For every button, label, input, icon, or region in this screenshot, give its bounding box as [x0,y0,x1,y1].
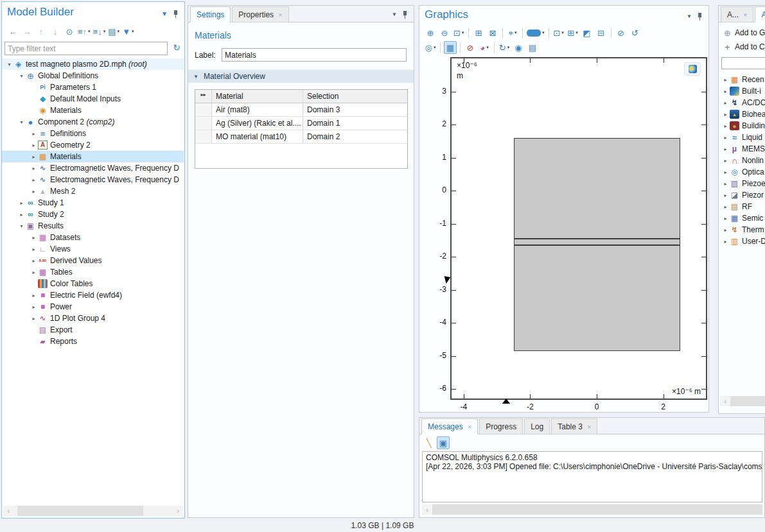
material-category-mems[interactable]: ▸μMEMS [719,143,765,155]
tree-item-study-2[interactable]: ▸∞Study 2 [2,209,184,220]
tree-item-color-tables[interactable]: Color Tables [2,278,184,289]
table-row-mo-material-mat10[interactable]: MO material (mat10)Domain 2 [195,130,407,144]
chevron-down-icon[interactable]: ▾ [17,119,26,125]
chevron-right-icon[interactable]: ▸ [721,169,730,175]
graphics-scene-visibility-button[interactable]: ◎▾ [424,41,437,54]
messages-tab-table-3-3[interactable]: Table 3× [551,418,597,434]
model-builder-go-forward-button[interactable]: → [21,25,33,38]
messages-tab-log-2[interactable]: Log [524,418,550,434]
model-builder-move-up-button[interactable]: ↑ [35,25,48,38]
chevron-right-icon[interactable]: ▸ [721,77,730,83]
messages-tab-messages-0[interactable]: Messages× [421,418,478,434]
material-category-user-d[interactable]: ▸▥User-D [719,236,765,247]
table-row-ag-silver-rakic-et-al[interactable]: Ag (Silver) (Rakic et al....Domain 1 [195,117,407,130]
graphics-update-view-button[interactable]: ↻▾ [498,41,511,54]
tree-item-default-model-inputs[interactable]: ◆Default Model Inputs [2,93,184,105]
dropdown-caret-icon[interactable]: ▾ [132,29,134,34]
tree-item-component-2[interactable]: ▾●Component 2 (comp2) [2,116,184,128]
graphics-disable-material-color-button[interactable]: ⊘ [464,41,477,54]
plot-area[interactable]: 3210-1-2-3-4-5-6-4-202×10⁻⁶m×10⁻⁶ m [450,57,707,400]
column-header-selection[interactable]: Selection [303,90,407,103]
tree-item-electric-field-ewfd4[interactable]: ▸■Electric Field (ewfd4) [2,289,184,301]
material-search-input[interactable] [721,57,765,69]
graphics-show-grid-button[interactable]: ▦ [444,41,457,54]
add-material-hscrollbar[interactable]: ‹ [720,396,765,406]
material-category-buildin[interactable]: ▸◆Buildin [719,120,765,132]
material-category-built-i[interactable]: ▸Built-i [719,85,765,97]
tree-item-materials[interactable]: ▸▦Materials [2,151,184,162]
material-category-recen[interactable]: ▸▦Recen [719,74,765,85]
chevron-right-icon[interactable]: ▸ [721,227,730,233]
dropdown-caret-icon[interactable]: ▾ [462,30,464,35]
column-header-material[interactable]: Material [212,90,303,103]
graphics-zoom-extents-button[interactable]: ⊠ [486,26,499,39]
dropdown-caret-icon[interactable]: ▾ [561,30,564,35]
collapse-triangle-icon[interactable]: ▼ [193,74,198,80]
chevron-right-icon[interactable]: ▸ [30,316,38,322]
panel-menu-icon[interactable]: ▼ [687,13,692,19]
settings-tab-settings-0[interactable]: Settings [190,6,231,22]
model-builder-expand-all-button[interactable]: ≡↑▾ [77,25,91,38]
graphics-reset-hiding-button[interactable]: ↺ [629,26,642,39]
chevron-right-icon[interactable]: ▸ [721,135,730,141]
material-category-biohea[interactable]: ▸▲Biohea [719,108,765,120]
tree-item-mesh-2[interactable]: ▸▲Mesh 2 [2,185,184,197]
scroll-left-button[interactable]: ‹ [720,396,730,406]
geometry-domain-1[interactable] [514,138,680,239]
material-category-therm[interactable]: ▸↯Therm [719,224,765,236]
material-category-ac-dc[interactable]: ▸↯AC/DC [719,97,765,108]
material-category-optica[interactable]: ▸◎Optica [719,166,765,178]
tree-item-definitions[interactable]: ▸≡Definitions [2,128,184,139]
model-builder-move-down-button[interactable]: ↓ [49,25,62,38]
chevron-right-icon[interactable]: ▸ [721,204,730,210]
dropdown-caret-icon[interactable]: ▾ [514,30,517,35]
settings-tab-properties-1[interactable]: Properties× [232,6,288,22]
panel-menu-icon[interactable]: ▼ [161,10,168,17]
model-builder-show-button[interactable]: ⊙ [63,25,76,38]
material-category-piezor[interactable]: ▸◪Piezor [719,189,765,201]
tree-item-1d-plot-group-4[interactable]: ▸∿1D Plot Group 4 [2,313,184,324]
chevron-right-icon[interactable]: ▸ [30,258,38,264]
messages-clear-log-button[interactable]: ╲ [423,436,435,449]
tree-item-export[interactable]: ▤Export [2,324,184,336]
tree-item-electromagnetic-waves-frequency-d[interactable]: ▸∿Electromagnetic Waves, Frequency D [2,162,184,174]
graphics-snapshot-button[interactable]: ◉ [512,41,525,54]
scroll-thumb[interactable] [17,506,143,516]
chevron-right-icon[interactable]: ▸ [30,270,38,275]
chevron-right-icon[interactable]: ▸ [721,100,730,106]
tree-item-electromagnetic-waves-frequency-d[interactable]: ▸∿Electromagnetic Waves, Frequency D [2,174,184,185]
tab-close-icon[interactable]: × [743,11,747,19]
tree-item-geometry-2[interactable]: ▸AGeometry 2 [2,139,184,151]
model-builder-go-back-button[interactable]: ← [6,25,19,38]
table-row-air-mat8[interactable]: Air (mat8)Domain 3 [195,103,407,117]
chevron-right-icon[interactable]: ▸ [721,112,730,117]
tree-item-materials[interactable]: ◉Materials [2,105,184,116]
geometry-domain-3[interactable] [514,245,680,351]
scroll-thumb[interactable] [730,396,765,406]
tree-item-datasets[interactable]: ▸▦Datasets [2,232,184,243]
graphics-zoom-extents-selected-button[interactable]: ⊞ [472,26,485,39]
chevron-right-icon[interactable]: ▸ [30,154,38,160]
model-builder-collapse-all-button[interactable]: ≡↓▾ [92,25,107,38]
tree-item-parameters-1[interactable]: PiParameters 1 [2,82,184,93]
tree-item-results[interactable]: ▾▣Results [2,220,184,232]
graphics-go-to-default-view-button[interactable]: ⌖▾ [506,26,519,39]
tree-item-study-1[interactable]: ▸∞Study 1 [2,197,184,209]
tree-item-reports[interactable]: ▰Reports [2,336,184,347]
scroll-thumb[interactable] [432,504,762,515]
chevron-right-icon[interactable]: ▸ [30,246,38,252]
tab-close-icon[interactable]: × [468,423,471,431]
tree-item-views[interactable]: ▸∟Views [2,243,184,255]
chevron-down-icon[interactable]: ▾ [5,62,13,67]
dropdown-caret-icon[interactable]: ▾ [88,29,91,34]
dropdown-caret-icon[interactable]: ▾ [434,45,436,50]
graphics-hide-selected-button[interactable]: ⊘ [615,26,628,39]
scroll-right-button[interactable]: › [173,506,183,516]
dropdown-caret-icon[interactable]: ▾ [103,29,106,34]
chevron-right-icon[interactable]: ▸ [30,177,38,183]
tree-item-global-definitions[interactable]: ▾⊕Global Definitions [2,70,184,82]
graphics-select-in-box-button[interactable]: ◩ [581,26,594,39]
dropdown-caret-icon[interactable]: ▾ [576,30,578,35]
panel-menu-icon[interactable]: ▼ [392,12,397,17]
chevron-right-icon[interactable]: ▸ [721,193,730,198]
